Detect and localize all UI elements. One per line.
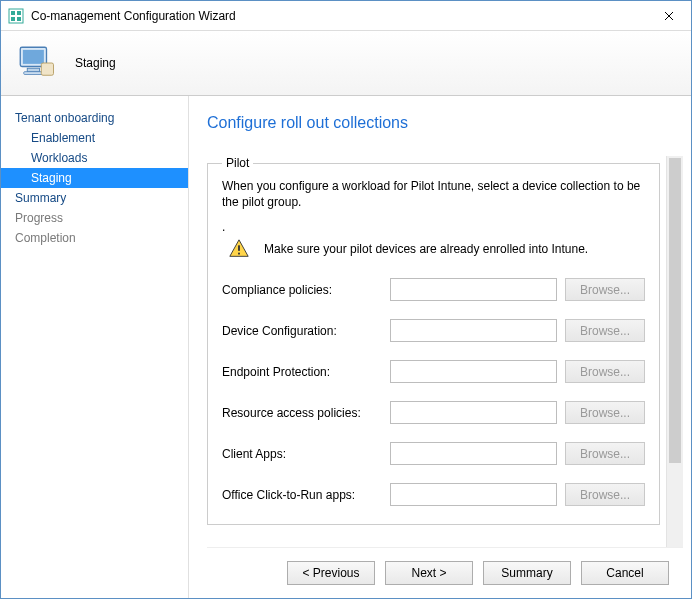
workload-collection-input[interactable] xyxy=(390,278,557,301)
nav-item-completion[interactable]: Completion xyxy=(1,228,188,248)
computer-icon xyxy=(15,42,57,84)
nav-item-staging[interactable]: Staging xyxy=(1,168,188,188)
workload-row: Device Configuration:Browse... xyxy=(222,319,645,342)
pilot-groupbox: Pilot When you configure a workload for … xyxy=(207,156,660,525)
workload-collection-input[interactable] xyxy=(390,401,557,424)
workload-collection-input[interactable] xyxy=(390,319,557,342)
groupbox-legend: Pilot xyxy=(222,156,253,170)
pilot-description: When you configure a workload for Pilot … xyxy=(222,178,645,210)
wizard-stage-title: Staging xyxy=(75,56,116,70)
workload-collection-input[interactable] xyxy=(390,360,557,383)
workload-row: Client Apps:Browse... xyxy=(222,442,645,465)
browse-button[interactable]: Browse... xyxy=(565,278,645,301)
wizard-header: Staging xyxy=(1,31,691,96)
browse-button[interactable]: Browse... xyxy=(565,401,645,424)
nav-item-workloads[interactable]: Workloads xyxy=(1,148,188,168)
wizard-window: Co-management Configuration Wizard Stagi… xyxy=(0,0,692,599)
page-title: Configure roll out collections xyxy=(207,114,683,132)
svg-rect-1 xyxy=(11,11,15,15)
svg-rect-6 xyxy=(23,50,44,64)
app-icon xyxy=(8,8,24,24)
summary-button[interactable]: Summary xyxy=(483,561,571,585)
nav-item-summary[interactable]: Summary xyxy=(1,188,188,208)
svg-rect-2 xyxy=(17,11,21,15)
workload-label: Compliance policies: xyxy=(222,283,382,297)
workload-label: Device Configuration: xyxy=(222,324,382,338)
vertical-scrollbar[interactable] xyxy=(666,156,683,547)
svg-rect-7 xyxy=(27,68,39,72)
browse-button[interactable]: Browse... xyxy=(565,442,645,465)
workload-collection-input[interactable] xyxy=(390,483,557,506)
titlebar: Co-management Configuration Wizard xyxy=(1,1,691,31)
browse-button[interactable]: Browse... xyxy=(565,483,645,506)
workload-label: Office Click-to-Run apps: xyxy=(222,488,382,502)
cancel-button[interactable]: Cancel xyxy=(581,561,669,585)
svg-rect-9 xyxy=(41,63,53,75)
workload-row: Endpoint Protection:Browse... xyxy=(222,360,645,383)
workload-collection-input[interactable] xyxy=(390,442,557,465)
workload-row: Office Click-to-Run apps:Browse... xyxy=(222,483,645,506)
workload-label: Resource access policies: xyxy=(222,406,382,420)
window-title: Co-management Configuration Wizard xyxy=(31,9,646,23)
next-button[interactable]: Next > xyxy=(385,561,473,585)
wizard-footer: < Previous Next > Summary Cancel xyxy=(207,548,683,598)
workload-label: Client Apps: xyxy=(222,447,382,461)
svg-rect-8 xyxy=(24,72,43,75)
wizard-nav: Tenant onboardingEnablementWorkloadsStag… xyxy=(1,96,189,598)
warning-icon xyxy=(228,238,250,260)
nav-item-progress[interactable]: Progress xyxy=(1,208,188,228)
close-button[interactable] xyxy=(646,1,691,30)
scrollbar-thumb[interactable] xyxy=(669,158,681,463)
workload-row: Resource access policies:Browse... xyxy=(222,401,645,424)
browse-button[interactable]: Browse... xyxy=(565,319,645,342)
workload-label: Endpoint Protection: xyxy=(222,365,382,379)
workload-row: Compliance policies:Browse... xyxy=(222,278,645,301)
svg-rect-3 xyxy=(11,17,15,21)
previous-button[interactable]: < Previous xyxy=(287,561,375,585)
separator-dot: . xyxy=(222,220,645,234)
browse-button[interactable]: Browse... xyxy=(565,360,645,383)
svg-rect-11 xyxy=(238,253,240,255)
nav-item-tenant-onboarding[interactable]: Tenant onboarding xyxy=(1,108,188,128)
svg-rect-4 xyxy=(17,17,21,21)
warning-text: Make sure your pilot devices are already… xyxy=(264,242,588,256)
nav-item-enablement[interactable]: Enablement xyxy=(1,128,188,148)
svg-rect-10 xyxy=(238,246,240,252)
